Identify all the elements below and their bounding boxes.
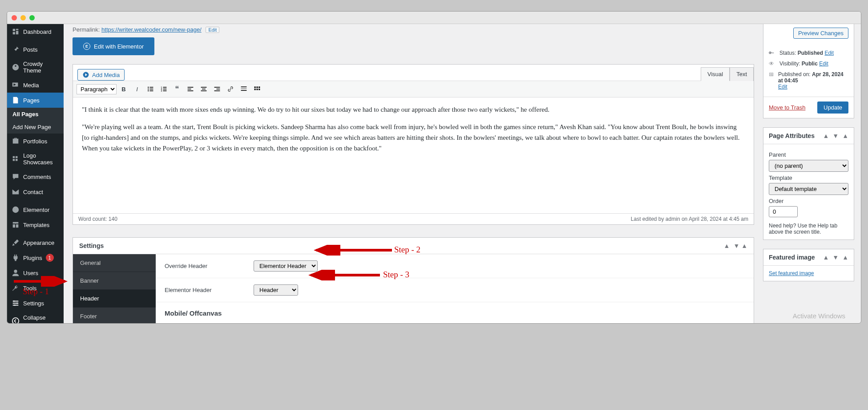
settings-tab-footer[interactable]: Footer: [73, 308, 156, 323]
close-window-icon[interactable]: [12, 15, 17, 20]
sidebar-item-contact[interactable]: Contact: [7, 184, 64, 199]
panel-toggle-icon[interactable]: ▲: [842, 132, 848, 139]
sidebar-label: Logo Showcases: [23, 152, 59, 166]
sidebar-item-collapse[interactable]: Collapse menu: [7, 311, 64, 324]
panel-down-icon[interactable]: ▼ ▲: [733, 242, 747, 249]
edit-date-link[interactable]: Edit: [778, 84, 787, 90]
page-attributes-box: Page Attributes ▲ ▼ ▲ Parent (no parent)…: [763, 127, 854, 240]
settings-tab-banner[interactable]: Banner: [73, 272, 156, 290]
link-button[interactable]: [224, 83, 237, 95]
toolbar-toggle-button[interactable]: [251, 83, 263, 95]
sidebar-item-tools[interactable]: Tools: [7, 280, 64, 296]
sidebar-label: Plugins: [23, 255, 42, 261]
add-media-button[interactable]: Add Media: [77, 69, 125, 81]
sidebar-item-settings[interactable]: Settings: [7, 296, 64, 311]
numbered-list-button[interactable]: 123: [157, 83, 170, 95]
sidebar-item-portfolios[interactable]: Portfolios: [7, 134, 64, 149]
help-text: Need help? Use the Help tab above the sc…: [769, 223, 848, 235]
align-right-button[interactable]: [211, 83, 223, 95]
set-featured-image-link[interactable]: Set featured image: [769, 270, 814, 276]
readmore-button[interactable]: [238, 83, 250, 95]
settings-tab-general[interactable]: General: [73, 254, 156, 272]
sidebar-item-posts[interactable]: Posts: [7, 42, 64, 57]
order-input[interactable]: [769, 206, 798, 217]
panel-toggle-icon[interactable]: ▲: [741, 242, 747, 249]
svg-rect-33: [254, 89, 256, 90]
tab-visual[interactable]: Visual: [701, 67, 730, 81]
sidebar-item-elementor[interactable]: Elementor: [7, 202, 64, 217]
move-to-trash-link[interactable]: Move to Trash: [769, 104, 805, 111]
panel-up-icon[interactable]: ▲: [823, 254, 829, 261]
permalink-url[interactable]: https://writer.wealcoder.com/new-page/: [101, 26, 202, 33]
minimize-window-icon[interactable]: [20, 15, 26, 20]
bullet-list-button[interactable]: [144, 83, 157, 95]
sidebar-sub-all-pages[interactable]: All Pages: [7, 108, 64, 121]
order-label: Order: [769, 198, 848, 204]
sidebar-label: Appearance: [23, 240, 54, 246]
sliders-icon: [12, 299, 20, 307]
sidebar-label: Settings: [23, 300, 44, 307]
sidebar-sub-add-new[interactable]: Add New Page: [7, 121, 64, 134]
bold-button[interactable]: B: [117, 83, 130, 95]
align-left-button[interactable]: [184, 83, 197, 95]
maximize-window-icon[interactable]: [29, 15, 35, 20]
template-select[interactable]: Default template: [769, 183, 848, 195]
edit-slug-button[interactable]: Edit: [206, 27, 219, 33]
calendar-icon: 📅︎: [769, 71, 775, 77]
sidebar-item-crowdy[interactable]: Crowdy Theme: [7, 57, 64, 77]
panel-toggle-icon[interactable]: ▲: [842, 254, 848, 261]
sidebar-item-pages[interactable]: Pages: [7, 93, 64, 108]
editor-body[interactable]: "I think it is clear that the team with …: [73, 97, 754, 213]
svg-rect-20: [188, 90, 194, 91]
edit-with-elementor-button[interactable]: E Edit with Elementor: [73, 37, 154, 55]
panel-up-icon[interactable]: ▲: [724, 242, 730, 249]
svg-rect-7: [149, 87, 153, 88]
override-header-select[interactable]: Elementor Header: [254, 260, 318, 272]
panel-down-icon[interactable]: ▼: [832, 132, 839, 139]
italic-button[interactable]: I: [131, 83, 143, 95]
sidebar-item-appearance[interactable]: Appearance: [7, 235, 64, 250]
svg-rect-28: [241, 88, 247, 89]
status-text: Status: Published Edit: [779, 50, 834, 56]
eye-icon: 👁︎: [769, 61, 776, 67]
preview-changes-button[interactable]: Preview Changes: [793, 28, 848, 39]
format-select[interactable]: Paragraph: [77, 84, 117, 94]
permalink-row: Permalink: https://writer.wealcoder.com/…: [73, 24, 754, 37]
elementor-icon: [12, 206, 20, 214]
sidebar-item-logo-showcases[interactable]: Logo Showcases: [7, 149, 64, 169]
sidebar-item-plugins[interactable]: Plugins 1: [7, 250, 64, 265]
update-button[interactable]: Update: [817, 101, 848, 114]
tab-text[interactable]: Text: [730, 67, 754, 81]
sidebar-item-dashboard[interactable]: Dashboard: [7, 24, 64, 39]
svg-rect-23: [201, 90, 207, 91]
sidebar-item-media[interactable]: Media: [7, 77, 64, 93]
sidebar-item-comments[interactable]: Comments: [7, 169, 64, 184]
svg-point-0: [12, 207, 19, 213]
edit-status-link[interactable]: Edit: [824, 50, 834, 56]
sidebar-label: Dashboard: [23, 28, 52, 35]
panel-down-icon[interactable]: ▼: [832, 254, 839, 261]
mobile-offcanvas-heading: Mobile/ Offcanvas: [156, 302, 754, 323]
parent-select[interactable]: (no parent): [769, 160, 848, 172]
align-center-button[interactable]: [198, 83, 210, 95]
publish-box: Preview Changes 🔑︎ Status: Published Edi…: [763, 24, 854, 118]
editor-toolbar: Paragraph B I 123 “: [73, 81, 754, 97]
svg-rect-27: [241, 86, 247, 87]
quote-button[interactable]: “: [171, 83, 183, 95]
elementor-logo-icon: E: [83, 43, 90, 50]
sidebar-item-templates[interactable]: Templates: [7, 217, 64, 232]
sidebar-item-users[interactable]: Users: [7, 265, 64, 280]
content-editor: Add Media Visual Text Paragraph B I 123 …: [73, 64, 754, 225]
svg-point-3: [16, 302, 18, 304]
panel-up-icon[interactable]: ▲: [823, 132, 829, 139]
brush-icon: [12, 239, 20, 247]
pages-icon: [12, 96, 20, 104]
edit-visibility-link[interactable]: Edit: [819, 61, 828, 67]
activate-windows-watermark: Activate Windows: [793, 312, 845, 320]
settings-tab-header[interactable]: Header: [73, 290, 156, 308]
svg-rect-11: [149, 90, 153, 91]
sidebar-label: Tools: [23, 285, 36, 292]
sidebar-label: Comments: [23, 174, 51, 180]
svg-point-2: [13, 300, 15, 302]
elementor-header-select[interactable]: Header: [254, 284, 298, 296]
